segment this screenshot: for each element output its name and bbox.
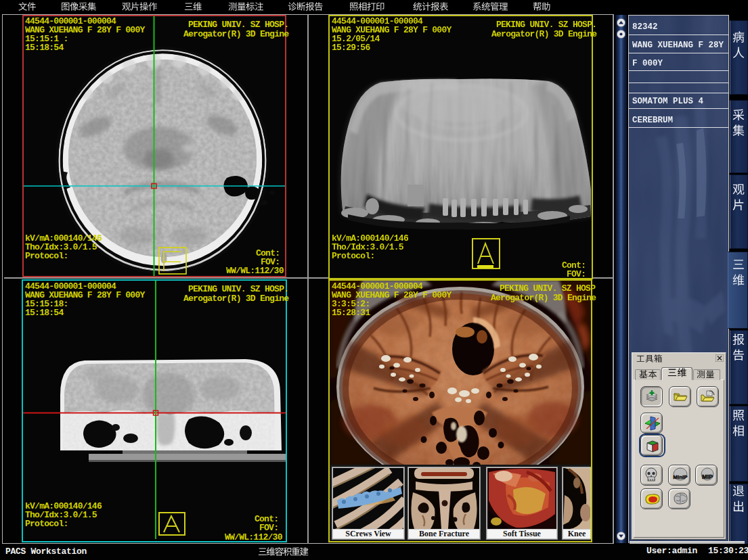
svg-text:MinIP: MinIP [673, 474, 688, 480]
svg-text:MIP: MIP [702, 473, 713, 480]
